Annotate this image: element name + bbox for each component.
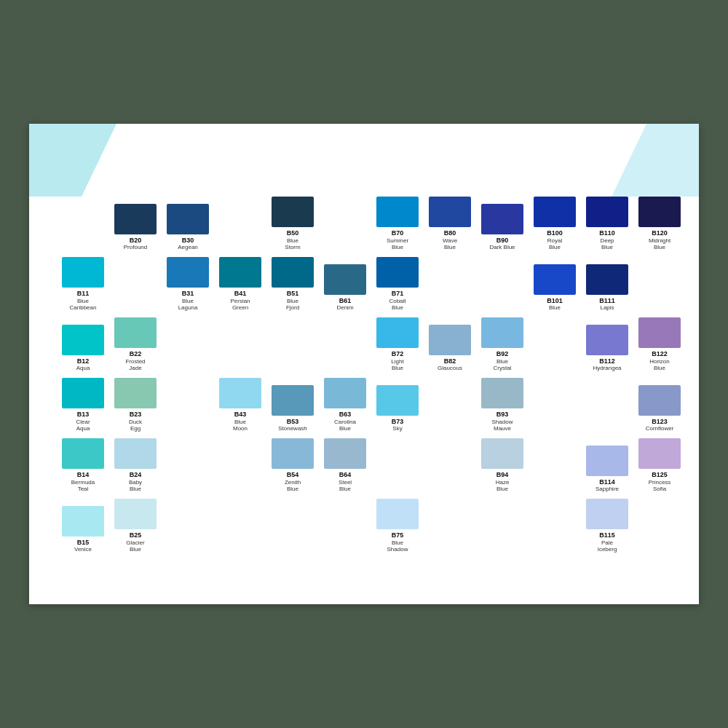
color-swatch-b11 (62, 257, 104, 288)
color-item-b12: B12Aqua (58, 325, 108, 372)
color-item-b11: B11Blue Caribbean (58, 257, 108, 312)
color-row-2: B11Blue CaribbeanB31Blue LagunaB41Persia… (58, 257, 677, 312)
color-swatch-b82 (429, 325, 471, 355)
color-swatch-b123 (638, 385, 681, 416)
color-code-b122: B122 (652, 350, 668, 358)
color-name-b51: Blue Fjord (286, 298, 299, 312)
color-code-b75: B75 (392, 531, 404, 539)
color-swatch-b15 (62, 506, 104, 537)
color-item-b100: B100Royal Blue (530, 197, 579, 251)
color-item-b30: B30Aegean (163, 204, 213, 251)
color-swatch-b90 (481, 204, 523, 234)
color-code-b22: B22 (130, 350, 142, 358)
color-code-b82: B82 (444, 357, 456, 365)
color-swatch-b50 (272, 197, 314, 227)
color-swatch-b61 (324, 264, 366, 295)
color-code-b73: B73 (392, 418, 404, 426)
color-item-b72: B72Light Blue (373, 317, 422, 372)
color-swatch-b43 (219, 378, 261, 408)
color-code-b23: B23 (130, 411, 142, 419)
color-item-b31: B31Blue Laguna (163, 257, 213, 312)
color-item-b111: B111Lapis (582, 264, 632, 312)
color-swatch-b64 (324, 438, 366, 469)
color-swatch-b54 (272, 438, 314, 469)
color-swatch-b12 (62, 325, 104, 355)
color-swatch-b41 (219, 257, 261, 288)
color-item-b64: B64Steel Blue (320, 438, 370, 493)
color-code-b50: B50 (287, 229, 299, 237)
color-code-b54: B54 (287, 471, 299, 479)
color-code-b101: B101 (547, 297, 563, 305)
color-row-5: B14Bermuda TealB24Baby BlueB54Zenith Blu… (58, 438, 677, 493)
color-name-b70: Summer Blue (387, 237, 408, 251)
color-code-b112: B112 (599, 357, 615, 365)
color-swatch-b71 (376, 257, 419, 288)
color-swatch-b23 (114, 378, 157, 408)
color-item-b70: B70Summer Blue (373, 197, 422, 251)
color-swatch-b51 (272, 257, 314, 288)
color-name-b92: Blue Crystal (494, 358, 512, 372)
color-item-b13: B13Clear Aqua (58, 378, 108, 432)
color-item-b20: B20Profound (111, 204, 160, 251)
color-name-b125: Princess Sofia (649, 479, 671, 493)
color-code-b93: B93 (496, 411, 509, 419)
color-name-b80: Wave Blue (443, 237, 457, 251)
color-item-b115: B115Pale Iceberg (582, 499, 632, 553)
color-code-b114: B114 (599, 478, 615, 486)
color-name-b30: Aegean (178, 244, 198, 251)
color-item-b54: B54Zenith Blue (268, 438, 317, 493)
color-code-b15: B15 (77, 539, 90, 547)
color-code-b125: B125 (652, 471, 668, 479)
color-name-b25: Glacier Blue (126, 539, 144, 553)
color-item-b25: B25Glacier Blue (111, 499, 160, 553)
color-name-b111: Lapis (600, 304, 614, 312)
color-name-b73: Sky (392, 425, 402, 432)
color-name-b12: Aqua (76, 365, 90, 372)
color-item-b51: B51Blue Fjord (268, 257, 317, 312)
color-swatch-b75 (376, 499, 419, 529)
color-row-3: B12AquaB22Frosted JadeB72Light BlueB82Gl… (58, 317, 677, 372)
color-name-b14: Bermuda Teal (71, 479, 95, 493)
color-item-b110: B110Deep Blue (582, 197, 632, 251)
color-item-b53: B53Stonewash (268, 385, 317, 432)
color-name-b24: Baby Blue (129, 479, 142, 493)
color-item-b14: B14Bermuda Teal (58, 438, 108, 493)
color-swatch-b73 (376, 385, 419, 416)
color-code-b25: B25 (130, 531, 142, 539)
color-code-b72: B72 (392, 350, 404, 358)
color-name-b72: Light Blue (391, 358, 403, 372)
color-item-b90: B90Dark Blue (478, 204, 527, 251)
color-swatch-b100 (534, 197, 576, 227)
color-item-b92: B92Blue Crystal (478, 317, 527, 372)
color-name-b53: Stonewash (278, 425, 307, 432)
color-code-b53: B53 (287, 418, 299, 426)
color-code-b13: B13 (77, 411, 90, 419)
color-name-b64: Steel Blue (339, 479, 352, 493)
color-item-b123: B123Cornflower (635, 385, 684, 432)
color-item-b22: B22Frosted Jade (111, 317, 160, 372)
color-code-b94: B94 (496, 471, 509, 479)
color-code-b64: B64 (339, 471, 352, 479)
color-swatch-b93 (481, 378, 523, 408)
color-item-b125: B125Princess Sofia (635, 438, 684, 493)
color-swatch-b122 (638, 317, 681, 348)
color-item-b43: B43Blue Moon (215, 378, 265, 432)
color-name-b90: Dark Blue (489, 244, 515, 251)
color-name-b13: Clear Aqua (76, 419, 90, 432)
color-item-b75: B75Blue Shadow (373, 499, 422, 553)
color-swatch-b30 (167, 204, 209, 234)
color-item-b112: B112Hydrangea (582, 325, 632, 372)
color-item-b24: B24Baby Blue (111, 438, 160, 493)
color-code-b111: B111 (599, 297, 615, 305)
color-item-b63: B63Carolina Blue (320, 378, 370, 432)
color-item-b71: B71Cobalt Blue (373, 257, 422, 312)
color-code-b70: B70 (392, 229, 404, 237)
color-swatch-b22 (114, 317, 157, 348)
color-name-b22: Frosted Jade (125, 358, 145, 372)
color-swatch-b101 (534, 264, 576, 295)
color-code-b100: B100 (547, 229, 563, 237)
color-swatch-b125 (638, 438, 681, 469)
color-item-b50: B50Blue Storm (268, 197, 317, 251)
color-name-b100: Royal Blue (547, 237, 562, 251)
color-item-b122: B122Horizon Blue (635, 317, 684, 372)
